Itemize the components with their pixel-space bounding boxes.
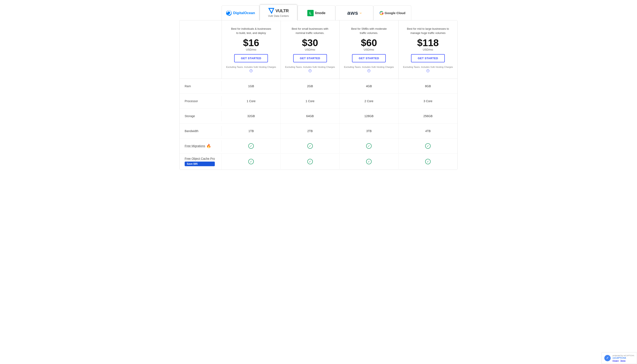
plan-1-amount: $16: [243, 38, 259, 48]
linode-name: linode: [315, 11, 325, 15]
feature-row-processor: Processor 1 Core 1 Core 2 Core 3 Core: [180, 94, 457, 109]
provider-tab-linode[interactable]: L linode: [297, 6, 335, 20]
plan-3-period: USD/mo: [364, 48, 374, 51]
check-icon-migrations-2: ✓: [307, 143, 313, 149]
svg-rect-2: [227, 15, 228, 15]
feature-value-ram-2: 2GB: [281, 79, 340, 94]
recaptcha-text: protected by reCAPTCHA reCAPTCHA Privacy…: [612, 354, 634, 362]
header-empty-cell: [180, 20, 222, 78]
feature-row-migrations: Free Migrations 🔥 ✓ ✓ ✓ ✓: [180, 138, 457, 154]
feature-label-migrations: Free Migrations 🔥: [180, 140, 222, 152]
feature-value-bandwidth-4: 4TB: [399, 124, 458, 138]
feature-rows: Ram 1GB 2GB 4GB 8GB Processor 1 Core 1 C…: [180, 79, 457, 170]
tax-info-icon-2[interactable]: i: [309, 69, 312, 72]
check-icon-cache-2: ✓: [307, 159, 313, 164]
check-icon-cache-3: ✓: [366, 159, 372, 164]
google-cloud-name: Google Cloud: [385, 11, 405, 15]
plan-3-description: Best for SMBs with moderate traffic volu…: [348, 27, 390, 35]
tax-info-icon-1[interactable]: i: [250, 69, 253, 72]
provider-tab-digitalocean[interactable]: DigitalOcean: [222, 6, 260, 20]
plan-2-tax: Excluding Taxes. Includes Vultr Hosting …: [285, 65, 335, 72]
plan-4-price: $118 USD/mo: [417, 38, 439, 51]
provider-tab-vultr[interactable]: VULTR Vultr Data Centers: [260, 4, 297, 20]
feature-value-storage-2: 64GB: [281, 109, 340, 124]
plan-header-1: Best for individuals & businesses to bui…: [222, 20, 281, 78]
plan-1-description: Best for individuals & businesses to bui…: [230, 27, 272, 35]
linode-icon: L: [307, 10, 314, 16]
plan-1-tax: Excluding Taxes. Includes Vultr Hosting …: [226, 65, 276, 72]
get-started-btn-2[interactable]: GET STARTED: [293, 54, 327, 62]
terms-link[interactable]: Terms: [620, 360, 625, 362]
recaptcha-icon: ✓: [604, 355, 611, 362]
plan-2-description: Best for small businesses with nominal t…: [289, 27, 331, 35]
plan-1-price: $16 USD/mo: [243, 38, 259, 51]
feature-row-ram: Ram 1GB 2GB 4GB 8GB: [180, 79, 457, 94]
plan-3-price: $60 USD/mo: [361, 38, 377, 51]
recaptcha-badge: ✓ protected by reCAPTCHA reCAPTCHA Priva…: [601, 352, 637, 364]
svg-text:L: L: [309, 12, 312, 15]
feature-value-migrations-2: ✓: [281, 138, 340, 153]
feature-value-storage-4: 256GB: [399, 109, 458, 124]
feature-label-migrations-text[interactable]: Free Migrations: [185, 144, 205, 148]
feature-value-storage-1: 32GB: [222, 109, 281, 124]
feature-label-cache: Free Object Cache Pro Save $95: [180, 154, 222, 170]
provider-tabs: DigitalOcean VULTR Vultr Data Centers L …: [222, 4, 458, 20]
check-icon-migrations-1: ✓: [248, 143, 254, 149]
plan-4-amount: $118: [417, 38, 439, 48]
feature-value-bandwidth-2: 2TB: [281, 124, 340, 138]
feature-value-ram-1: 1GB: [222, 79, 281, 94]
feature-value-cache-4: ✓: [399, 154, 458, 169]
feature-value-ram-4: 8GB: [399, 79, 458, 94]
svg-rect-1: [228, 15, 229, 15]
feature-label-storage-text: Storage: [185, 114, 195, 118]
feature-value-storage-3: 128GB: [340, 109, 399, 124]
check-icon-migrations-4: ✓: [425, 143, 431, 149]
privacy-link[interactable]: Privacy: [612, 360, 619, 362]
provider-tab-aws[interactable]: aws ⌣: [335, 6, 373, 20]
check-icon-cache-1: ✓: [248, 159, 254, 164]
feature-value-processor-4: 3 Core: [399, 94, 458, 108]
tax-info-icon-3[interactable]: i: [367, 69, 370, 72]
vultr-subtitle: Vultr Data Centers: [268, 14, 289, 18]
plan-4-period: USD/mo: [423, 48, 433, 51]
plan-header-4: Best for mid to large businesses to mana…: [399, 20, 458, 78]
plan-2-amount: $30: [302, 38, 318, 48]
feature-value-processor-3: 2 Core: [340, 94, 399, 108]
feature-label-storage: Storage: [180, 111, 222, 121]
vultr-icon: [268, 8, 274, 14]
tax-info-icon-4[interactable]: i: [426, 69, 429, 72]
get-started-btn-1[interactable]: GET STARTED: [234, 54, 268, 62]
feature-value-cache-2: ✓: [281, 154, 340, 169]
feature-row-cache: Free Object Cache Pro Save $95 ✓ ✓ ✓ ✓: [180, 154, 457, 170]
aws-swoosh: ⌣: [360, 11, 361, 15]
plans-header: Best for individuals & businesses to bui…: [180, 20, 457, 79]
recaptcha-brand: reCAPTCHA: [612, 357, 634, 359]
feature-value-migrations-1: ✓: [222, 138, 281, 153]
feature-value-processor-2: 1 Core: [281, 94, 340, 108]
plan-2-period: USD/mo: [305, 48, 315, 51]
feature-value-cache-3: ✓: [340, 154, 399, 169]
feature-label-processor: Processor: [180, 96, 222, 106]
feature-label-cache-text[interactable]: Free Object Cache Pro: [185, 157, 215, 160]
feature-value-bandwidth-3: 3TB: [340, 124, 399, 138]
check-icon-cache-4: ✓: [425, 159, 431, 164]
plan-header-3: Best for SMBs with moderate traffic volu…: [340, 20, 399, 78]
plan-1-period: USD/mo: [246, 48, 256, 51]
plan-header-2: Best for small businesses with nominal t…: [281, 20, 340, 78]
digitalocean-name: DigitalOcean: [233, 11, 255, 15]
plan-2-price: $30 USD/mo: [302, 38, 318, 51]
vultr-name: VULTR: [276, 8, 289, 13]
feature-value-processor-1: 1 Core: [222, 94, 281, 108]
feature-label-ram: Ram: [180, 81, 222, 91]
feature-row-bandwidth: Bandwidth 1TB 2TB 3TB 4TB: [180, 124, 457, 138]
aws-name: aws: [347, 10, 358, 16]
get-started-btn-3[interactable]: GET STARTED: [352, 54, 386, 62]
save-badge: Save $95: [185, 162, 215, 166]
provider-tab-googlecloud[interactable]: Google Cloud: [373, 6, 411, 20]
plan-3-amount: $60: [361, 38, 377, 48]
get-started-btn-4[interactable]: GET STARTED: [411, 54, 445, 62]
plan-4-description: Best for mid to large businesses to mana…: [407, 27, 449, 35]
plan-4-tax: Excluding Taxes. Includes Vultr Hosting …: [403, 65, 453, 72]
google-cloud-icon: [379, 11, 384, 16]
fire-icon: 🔥: [206, 144, 211, 148]
